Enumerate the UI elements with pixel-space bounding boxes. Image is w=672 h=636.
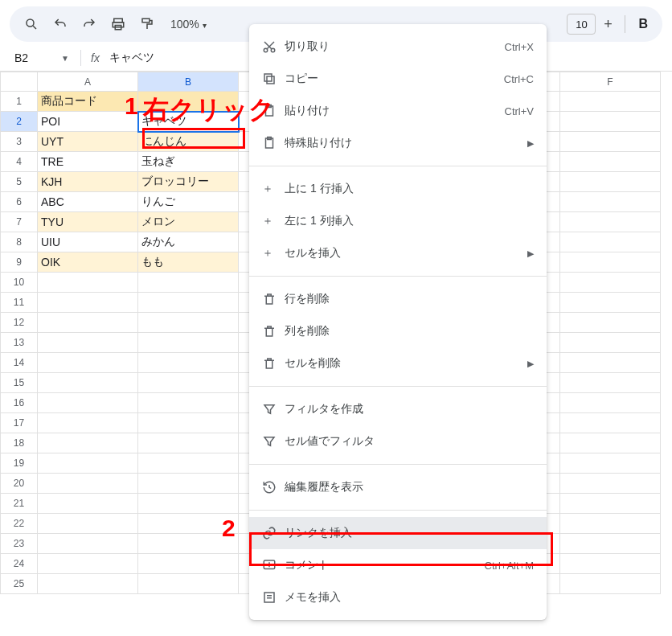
cell-b15[interactable] bbox=[138, 373, 239, 393]
ctx-cut[interactable]: 切り取り Ctrl+X bbox=[249, 31, 547, 63]
cell-f23[interactable] bbox=[560, 534, 661, 554]
row-header-4[interactable]: 4 bbox=[1, 152, 38, 172]
cell-f10[interactable] bbox=[560, 273, 661, 293]
cell-a22[interactable] bbox=[38, 514, 138, 534]
ctx-paste[interactable]: 貼り付け Ctrl+V bbox=[249, 95, 547, 127]
row-header-16[interactable]: 16 bbox=[1, 393, 38, 413]
cell-b20[interactable] bbox=[138, 474, 239, 494]
cell-f21[interactable] bbox=[560, 494, 661, 514]
cell-b16[interactable] bbox=[138, 393, 239, 413]
row-header-24[interactable]: 24 bbox=[1, 554, 38, 574]
ctx-create-filter[interactable]: フィルタを作成 bbox=[249, 393, 547, 425]
cell-f5[interactable] bbox=[560, 172, 661, 192]
cell-b11[interactable] bbox=[138, 293, 239, 313]
ctx-delete-col[interactable]: 列を削除 bbox=[249, 315, 547, 347]
cell-a14[interactable] bbox=[38, 353, 138, 373]
cell-b7[interactable]: メロン bbox=[138, 212, 239, 232]
cell-f18[interactable] bbox=[560, 433, 661, 453]
cell-b23[interactable] bbox=[138, 534, 239, 554]
cell-f3[interactable] bbox=[560, 132, 661, 152]
row-header-22[interactable]: 22 bbox=[1, 514, 38, 534]
cell-a25[interactable] bbox=[38, 574, 138, 594]
ctx-insert-note[interactable]: メモを挿入 bbox=[249, 581, 547, 613]
cell-a1[interactable]: 商品コード bbox=[38, 92, 138, 112]
formula-bar[interactable]: キャベツ bbox=[109, 51, 154, 65]
cell-b10[interactable] bbox=[138, 273, 239, 293]
ctx-insert-cells[interactable]: ＋ セルを挿入 ▶ bbox=[249, 237, 547, 269]
row-header-12[interactable]: 12 bbox=[1, 313, 38, 333]
cell-f9[interactable] bbox=[560, 252, 661, 273]
cell-f15[interactable] bbox=[560, 373, 661, 393]
ctx-filter-by-value[interactable]: セル値でフィルタ bbox=[249, 425, 547, 458]
name-box[interactable]: B2 ▼ bbox=[10, 48, 74, 68]
row-header-20[interactable]: 20 bbox=[1, 474, 38, 494]
cell-b3[interactable]: にんじん bbox=[138, 132, 239, 152]
cell-b17[interactable] bbox=[138, 413, 239, 433]
cell-b9[interactable]: もも bbox=[138, 252, 239, 273]
cell-b6[interactable]: りんご bbox=[138, 192, 239, 212]
cell-f17[interactable] bbox=[560, 413, 661, 433]
row-header-5[interactable]: 5 bbox=[1, 172, 38, 192]
cell-a6[interactable]: ABC bbox=[38, 192, 138, 212]
cell-f4[interactable] bbox=[560, 152, 661, 172]
ctx-delete-cells[interactable]: セルを削除 ▶ bbox=[249, 347, 547, 380]
ctx-copy[interactable]: コピー Ctrl+C bbox=[249, 63, 547, 95]
ctx-insert-link[interactable]: リンクを挿入 bbox=[249, 517, 547, 549]
ctx-comment[interactable]: コメント Ctrl+Alt+M bbox=[249, 549, 547, 581]
cell-f7[interactable] bbox=[560, 212, 661, 232]
cell-a7[interactable]: TYU bbox=[38, 212, 138, 232]
cell-f24[interactable] bbox=[560, 554, 661, 574]
cell-b22[interactable] bbox=[138, 514, 239, 534]
cell-f12[interactable] bbox=[560, 313, 661, 333]
col-header-a[interactable]: A bbox=[38, 72, 138, 92]
cell-b24[interactable] bbox=[138, 554, 239, 574]
undo-icon[interactable] bbox=[48, 12, 72, 36]
cell-b8[interactable]: みかん bbox=[138, 232, 239, 252]
cell-a5[interactable]: KJH bbox=[38, 172, 138, 192]
row-header-23[interactable]: 23 bbox=[1, 534, 38, 554]
cell-a2[interactable]: POI bbox=[38, 112, 138, 132]
cell-b21[interactable] bbox=[138, 494, 239, 514]
row-header-9[interactable]: 9 bbox=[1, 252, 38, 273]
cell-a16[interactable] bbox=[38, 393, 138, 413]
cell-f6[interactable] bbox=[560, 192, 661, 212]
col-header-b[interactable]: B bbox=[138, 72, 239, 92]
col-header-f[interactable]: F bbox=[560, 72, 661, 92]
row-header-18[interactable]: 18 bbox=[1, 433, 38, 453]
cell-f14[interactable] bbox=[560, 353, 661, 373]
cell-f2[interactable] bbox=[560, 112, 661, 132]
row-header-1[interactable]: 1 bbox=[1, 92, 38, 112]
row-header-21[interactable]: 21 bbox=[1, 494, 38, 514]
row-header-13[interactable]: 13 bbox=[1, 333, 38, 353]
cell-a3[interactable]: UYT bbox=[38, 132, 138, 152]
cell-b19[interactable] bbox=[138, 453, 239, 474]
cell-a11[interactable] bbox=[38, 293, 138, 313]
cell-f16[interactable] bbox=[560, 393, 661, 413]
row-header-6[interactable]: 6 bbox=[1, 192, 38, 212]
row-header-19[interactable]: 19 bbox=[1, 453, 38, 474]
cell-b5[interactable]: ブロッコリー bbox=[138, 172, 239, 192]
cell-f11[interactable] bbox=[560, 293, 661, 313]
font-size-input[interactable]: 10 bbox=[567, 14, 596, 35]
cell-a4[interactable]: TRE bbox=[38, 152, 138, 172]
ctx-edit-history[interactable]: 編集履歴を表示 bbox=[249, 471, 547, 503]
cell-a19[interactable] bbox=[38, 453, 138, 474]
bold-button[interactable]: B bbox=[633, 17, 653, 31]
cell-a23[interactable] bbox=[38, 534, 138, 554]
paint-format-icon[interactable] bbox=[135, 12, 159, 36]
cell-a24[interactable] bbox=[38, 554, 138, 574]
cell-b14[interactable] bbox=[138, 353, 239, 373]
cell-a17[interactable] bbox=[38, 413, 138, 433]
cell-a20[interactable] bbox=[38, 474, 138, 494]
ctx-delete-row[interactable]: 行を削除 bbox=[249, 283, 547, 315]
cell-f13[interactable] bbox=[560, 333, 661, 353]
cell-b2[interactable]: キャベツ bbox=[138, 112, 239, 132]
print-icon[interactable] bbox=[106, 12, 130, 36]
cell-a10[interactable] bbox=[38, 273, 138, 293]
cell-a13[interactable] bbox=[38, 333, 138, 353]
cell-a8[interactable]: UIU bbox=[38, 232, 138, 252]
font-size-increase[interactable]: + bbox=[599, 16, 617, 33]
cell-f20[interactable] bbox=[560, 474, 661, 494]
row-header-2[interactable]: 2 bbox=[1, 112, 38, 132]
cell-f8[interactable] bbox=[560, 232, 661, 252]
